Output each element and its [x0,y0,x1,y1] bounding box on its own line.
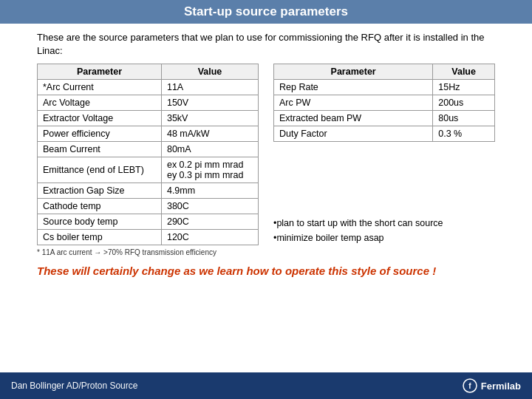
left-value-cell: ex 0.2 pi mm mradey 0.3 pi mm mrad [161,157,258,183]
left-table: Parameter Value *Arc Current11AArc Volta… [37,64,259,245]
left-value-cell: 48 mA/kW [161,126,258,142]
header-title: Start-up source parameters [184,4,348,18]
left-value-cell: 150V [161,95,258,111]
table-row: Rep Rate15Hz [274,80,495,95]
page-footer: Dan Bollinger AD/Proton Source f Fermila… [0,372,532,399]
left-value-cell: 120C [161,230,258,245]
right-value-cell: 0.3 % [433,126,495,142]
bottom-message: These will certainly change as we learn … [0,258,532,282]
table-row: Source body temp290C [38,214,259,230]
right-param-cell: Extracted beam PW [274,111,433,126]
table-row: Power efficiency48 mA/kW [38,126,259,142]
table-row: Duty Factor0.3 % [274,126,495,142]
right-table-wrap: Parameter Value Rep Rate15HzArc PW200usE… [273,64,495,205]
right-table: Parameter Value Rep Rate15HzArc PW200usE… [273,64,495,142]
left-col-param: Parameter [38,64,162,80]
left-param-cell: Emittance (end of LEBT) [38,157,162,183]
left-value-cell: 80mA [161,142,258,157]
bullet-item: •minimize boiler temp asap [273,231,495,245]
left-value-cell: 4.9mm [161,183,258,199]
svg-text:f: f [468,382,471,390]
left-param-cell: Arc Voltage [38,95,162,111]
table-row: Extractor Voltage35kV [38,111,259,126]
right-value-cell: 80us [433,111,495,126]
table-row: Beam Current80mA [38,142,259,157]
fermilab-logo: f Fermilab [463,378,521,393]
table-row: Arc PW200us [274,95,495,111]
intro-text: These are the source parameters that we … [0,24,532,64]
right-value-cell: 200us [433,95,495,111]
left-param-cell: Extraction Gap Size [38,183,162,199]
table-row: Emittance (end of LEBT)ex 0.2 pi mm mrad… [38,157,259,183]
left-param-cell: *Arc Current [38,80,162,95]
left-param-cell: Beam Current [38,142,162,157]
right-col-param: Parameter [274,64,433,80]
right-param-cell: Duty Factor [274,126,433,142]
left-value-cell: 380C [161,199,258,214]
table-row: Arc Voltage150V [38,95,259,111]
right-col-value: Value [433,64,495,80]
left-param-cell: Power efficiency [38,126,162,142]
left-param-cell: Source body temp [38,214,162,230]
right-value-cell: 15Hz [433,80,495,95]
right-side: Parameter Value Rep Rate15HzArc PW200usE… [273,64,495,245]
right-param-cell: Arc PW [274,95,433,111]
right-param-cell: Rep Rate [274,80,433,95]
main-content: Parameter Value *Arc Current11AArc Volta… [0,64,532,245]
left-value-cell: 290C [161,214,258,230]
left-param-cell: Cathode temp [38,199,162,214]
left-table-wrap: Parameter Value *Arc Current11AArc Volta… [37,64,259,245]
table-row: Extracted beam PW80us [274,111,495,126]
bullet-points: •plan to start up with the short can sou… [273,212,495,245]
page-header: Start-up source parameters [0,0,532,24]
table-row: Extraction Gap Size4.9mm [38,183,259,199]
left-value-cell: 35kV [161,111,258,126]
bullet-item: •plan to start up with the short can sou… [273,216,495,231]
fermilab-icon: f [463,378,477,393]
footnote: * 11A arc current → >70% RFQ transmissio… [0,245,532,258]
table-row: *Arc Current11A [38,80,259,95]
left-param-cell: Extractor Voltage [38,111,162,126]
table-row: Cathode temp380C [38,199,259,214]
left-value-cell: 11A [161,80,258,95]
footer-left: Dan Bollinger AD/Proton Source [11,381,137,391]
left-param-cell: Cs boiler temp [38,230,162,245]
table-row: Cs boiler temp120C [38,230,259,245]
left-col-value: Value [161,64,258,80]
fermilab-text: Fermilab [481,381,521,392]
